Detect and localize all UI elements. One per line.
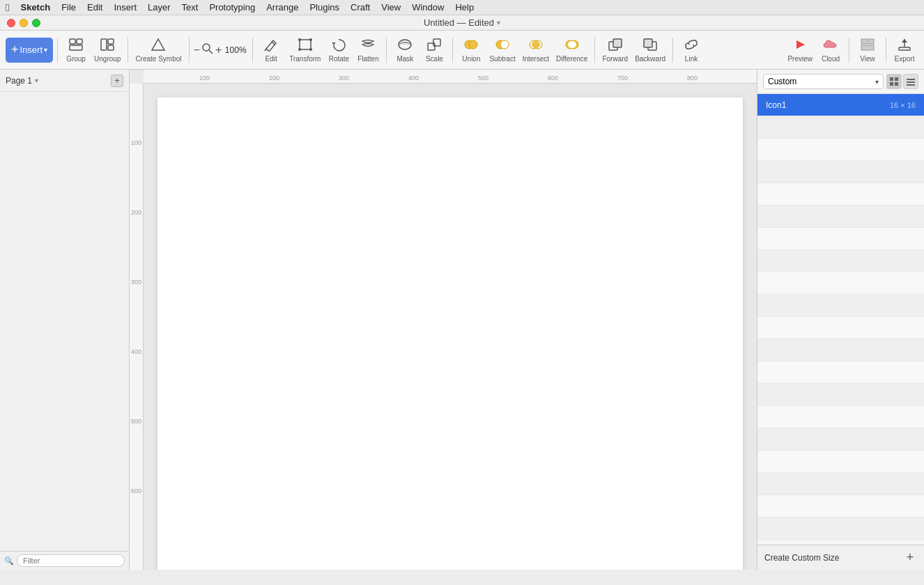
zoom-level[interactable]: 100% (223, 45, 248, 55)
scale-button[interactable]: Scale (420, 33, 448, 67)
transform-button[interactable]: Transform (286, 33, 323, 67)
intersect-button[interactable]: Intersect (520, 33, 552, 67)
ruler-vmark-200: 200 (131, 209, 141, 216)
menu-item-view[interactable]: View (381, 2, 401, 13)
menu-item-craft[interactable]: Craft (351, 2, 370, 13)
union-label: Union (462, 55, 480, 63)
group-icon (68, 38, 84, 54)
zoom-in-button[interactable]: + (215, 44, 222, 56)
size-item-3[interactable] (757, 161, 924, 183)
size-item-5[interactable] (757, 205, 924, 228)
size-item-9[interactable] (757, 295, 924, 317)
menu-item-file[interactable]: File (61, 2, 76, 13)
size-item-19[interactable] (757, 517, 924, 540)
size-item-10[interactable] (757, 317, 924, 339)
view-label: View (860, 55, 875, 63)
menu-item-window[interactable]: Window (412, 2, 444, 13)
page-1-item[interactable]: Page 1 ▾ (6, 76, 38, 86)
size-item-15[interactable] (757, 428, 924, 451)
canvas-content[interactable] (144, 84, 757, 570)
preview-icon (792, 38, 808, 54)
size-item-4[interactable] (757, 183, 924, 205)
insert-chevron-icon: ▾ (44, 46, 47, 54)
menu-item-prototyping[interactable]: Prototyping (209, 2, 255, 13)
scale-icon (426, 38, 442, 54)
menu-item-text[interactable]: Text (182, 2, 199, 13)
filter-input[interactable] (17, 554, 125, 567)
menu-item-arrange[interactable]: Arrange (266, 2, 298, 13)
separator-8 (672, 38, 673, 63)
rotate-button[interactable]: Rotate (325, 33, 353, 67)
maximize-button[interactable] (32, 19, 40, 27)
ruler-vmark-500: 500 (131, 418, 141, 425)
size-item-0[interactable]: Icon1 16 × 16 (757, 94, 924, 116)
backward-label: Backward (635, 55, 665, 63)
menubar:  Sketch File Edit Insert Layer Text Pro… (0, 0, 924, 15)
add-page-button[interactable]: + (111, 75, 123, 87)
menu-item-sketch[interactable]: Sketch (20, 2, 50, 13)
canvas-area[interactable]: 100 200 300 400 500 600 700 800 100 200 … (130, 70, 757, 570)
svg-line-8 (209, 50, 213, 54)
ruler-mark-300: 300 (339, 75, 349, 81)
create-custom-size-button[interactable]: + (903, 551, 917, 565)
menu-item-layer[interactable]: Layer (148, 2, 171, 13)
preset-chevron-icon: ▾ (875, 78, 879, 86)
mask-label: Mask (396, 55, 413, 63)
title-dropdown-icon[interactable]: ▾ (497, 19, 500, 26)
menu-item-insert[interactable]: Insert (114, 2, 137, 13)
preset-select[interactable]: Custom ▾ (763, 74, 884, 89)
union-button[interactable]: Union (457, 33, 485, 67)
svg-marker-6 (152, 39, 164, 50)
svg-rect-2 (70, 45, 82, 50)
rotate-label: Rotate (329, 55, 349, 63)
flatten-button[interactable]: Flatten (354, 33, 382, 67)
group-button[interactable]: Group (62, 33, 90, 67)
grid-view-button[interactable] (886, 74, 902, 89)
size-item-17[interactable] (757, 473, 924, 495)
difference-button[interactable]: Difference (553, 33, 590, 67)
cloud-button[interactable]: Cloud (817, 33, 845, 67)
view-button[interactable]: View (854, 33, 881, 67)
menu-item-help[interactable]: Help (455, 2, 474, 13)
size-item-11[interactable] (757, 339, 924, 361)
create-custom-size-label: Create Custom Size (764, 553, 839, 563)
subtract-button[interactable]: Subtract (486, 33, 518, 67)
ruler-mark-500: 500 (478, 75, 488, 81)
svg-rect-4 (108, 39, 114, 44)
size-item-8[interactable] (757, 272, 924, 295)
mask-button[interactable]: Mask (391, 33, 419, 67)
forward-button[interactable]: Forward (599, 33, 631, 67)
menu-item-plugins[interactable]: Plugins (309, 2, 339, 13)
size-name-0: Icon1 (766, 100, 786, 110)
insert-button[interactable]: + Insert ▾ (6, 38, 53, 63)
preview-button[interactable]: Preview (785, 33, 815, 67)
size-item-12[interactable] (757, 361, 924, 384)
export-button[interactable]: Export (891, 33, 918, 67)
menu-item-edit[interactable]: Edit (87, 2, 102, 13)
size-item-14[interactable] (757, 406, 924, 428)
size-item-18[interactable] (757, 495, 924, 517)
link-button[interactable]: Link (677, 33, 705, 67)
layers-search: 🔍 (0, 551, 129, 570)
difference-icon (564, 38, 580, 54)
size-item-6[interactable] (757, 228, 924, 250)
svg-point-12 (298, 38, 301, 41)
edit-button[interactable]: Edit (257, 33, 285, 67)
ruler-vmark-300: 300 (131, 279, 141, 286)
size-item-13[interactable] (757, 384, 924, 406)
close-button[interactable] (7, 19, 15, 27)
size-item-16[interactable] (757, 451, 924, 473)
zoom-out-button[interactable]: − (194, 44, 200, 56)
size-item-7[interactable] (757, 250, 924, 272)
minimize-button[interactable] (20, 19, 28, 27)
create-symbol-button[interactable]: Create Symbol (132, 33, 184, 67)
ungroup-button[interactable]: Ungroup (91, 33, 123, 67)
backward-button[interactable]: Backward (632, 33, 668, 67)
list-view-button[interactable] (903, 74, 918, 89)
svg-point-7 (203, 44, 210, 51)
flatten-label: Flatten (357, 55, 379, 63)
size-item-1[interactable] (757, 116, 924, 139)
size-item-2[interactable] (757, 139, 924, 161)
edit-icon (263, 38, 279, 54)
link-label: Link (685, 55, 698, 63)
